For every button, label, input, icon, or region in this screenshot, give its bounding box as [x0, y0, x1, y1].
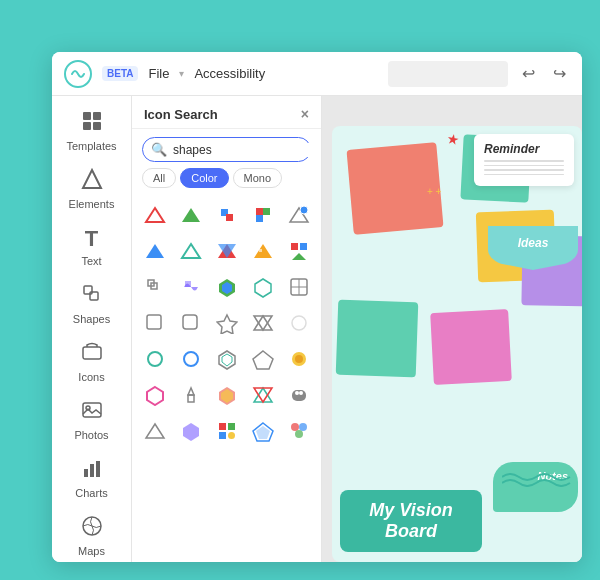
icon-cell[interactable] — [246, 378, 280, 412]
toolbar-search-bar — [388, 61, 508, 87]
svg-point-61 — [299, 391, 303, 395]
filter-tabs: All Color Mono — [132, 168, 321, 194]
app-logo-icon — [64, 60, 92, 88]
icon-cell[interactable] — [138, 270, 172, 304]
svg-rect-42 — [183, 315, 197, 329]
undo-button[interactable]: ↩ — [518, 62, 539, 85]
icon-cell[interactable] — [210, 378, 244, 412]
icon-cell[interactable] — [246, 270, 280, 304]
shapes-icon — [81, 283, 103, 310]
svg-rect-59 — [292, 390, 306, 401]
icon-cell[interactable] — [246, 414, 280, 448]
sidebar-item-icons[interactable]: Icons — [57, 335, 127, 389]
icon-cell[interactable] — [138, 198, 172, 232]
sidebar-item-templates[interactable]: Templates — [57, 104, 127, 158]
filter-tab-mono[interactable]: Mono — [233, 168, 283, 188]
icon-cell[interactable] — [174, 270, 208, 304]
sidebar-item-text[interactable]: T Text — [57, 220, 127, 273]
icon-cell[interactable] — [282, 306, 316, 340]
svg-point-22 — [300, 206, 308, 214]
svg-marker-63 — [183, 423, 199, 441]
icon-cell[interactable] — [282, 342, 316, 376]
templates-icon — [81, 110, 103, 137]
panel-title: Icon Search — [144, 107, 218, 122]
sticky-note-pink — [430, 309, 512, 385]
svg-rect-41 — [147, 315, 161, 329]
svg-marker-24 — [182, 244, 200, 258]
icon-cell[interactable] — [210, 414, 244, 448]
reminder-line-1 — [484, 160, 564, 162]
icon-cell[interactable] — [174, 234, 208, 268]
sticky-note-green-bottom — [336, 300, 419, 378]
sidebar-item-charts[interactable]: Charts — [57, 451, 127, 505]
wave-decoration — [502, 467, 572, 487]
search-bar[interactable]: 🔍 ✕ — [142, 137, 311, 162]
icons-label: Icons — [78, 371, 104, 383]
elements-label: Elements — [69, 198, 115, 210]
svg-rect-2 — [93, 112, 101, 120]
svg-marker-14 — [146, 208, 164, 222]
filter-tab-all[interactable]: All — [142, 168, 176, 188]
icon-grid — [132, 194, 321, 562]
vision-board: ★ • • • + + Reminder Ideas — [332, 126, 582, 562]
ideas-title: Ideas — [496, 236, 570, 250]
svg-rect-18 — [256, 208, 263, 215]
icon-cell[interactable] — [174, 306, 208, 340]
svg-marker-51 — [253, 351, 273, 369]
icon-cell[interactable] — [174, 198, 208, 232]
svg-marker-69 — [256, 426, 270, 439]
icon-cell[interactable] — [246, 342, 280, 376]
sidebar-item-photos[interactable]: Photos — [57, 393, 127, 447]
icon-cell[interactable] — [282, 234, 316, 268]
icon-cell[interactable] — [138, 378, 172, 412]
sidebar-item-shapes[interactable]: Shapes — [57, 277, 127, 331]
icon-cell[interactable] — [138, 234, 172, 268]
file-menu[interactable]: File — [148, 66, 169, 81]
search-input[interactable] — [173, 143, 322, 157]
icon-cell[interactable] — [174, 342, 208, 376]
icon-cell[interactable] — [210, 270, 244, 304]
svg-point-53 — [295, 355, 303, 363]
icon-cell[interactable] — [246, 306, 280, 340]
accessibility-menu[interactable]: Accessibility — [194, 66, 265, 81]
icon-cell[interactable] — [210, 234, 244, 268]
svg-marker-54 — [147, 387, 163, 405]
svg-point-46 — [292, 316, 306, 330]
icon-cell[interactable] — [210, 198, 244, 232]
sidebar-item-elements[interactable]: Elements — [57, 162, 127, 216]
filter-tab-color[interactable]: Color — [180, 168, 228, 188]
svg-rect-29 — [291, 243, 298, 250]
icon-cell[interactable] — [282, 378, 316, 412]
svg-point-67 — [228, 432, 235, 439]
icon-cell[interactable] — [174, 378, 208, 412]
svg-rect-7 — [83, 347, 101, 359]
maps-icon — [81, 515, 103, 542]
shapes-label: Shapes — [73, 313, 110, 325]
icon-cell[interactable] — [246, 198, 280, 232]
panel-close-button[interactable]: × — [301, 106, 309, 122]
templates-label: Templates — [66, 140, 116, 152]
icon-cell[interactable] — [282, 414, 316, 448]
icon-cell[interactable] — [282, 198, 316, 232]
reminder-box: Reminder — [474, 134, 574, 186]
charts-label: Charts — [75, 487, 107, 499]
icon-cell[interactable] — [174, 414, 208, 448]
svg-marker-37 — [255, 279, 271, 297]
icon-cell[interactable] — [246, 234, 280, 268]
icon-cell[interactable] — [210, 342, 244, 376]
charts-icon — [81, 457, 103, 484]
svg-rect-10 — [84, 469, 88, 477]
photos-icon — [81, 399, 103, 426]
ideas-box: Ideas — [488, 226, 578, 270]
redo-button[interactable]: ↪ — [549, 62, 570, 85]
text-icon: T — [85, 226, 98, 252]
icon-cell[interactable] — [138, 306, 172, 340]
svg-marker-23 — [146, 244, 164, 258]
sidebar-item-maps[interactable]: Maps — [57, 509, 127, 562]
icon-cell[interactable] — [282, 270, 316, 304]
svg-rect-28 — [259, 249, 262, 252]
icon-cell[interactable] — [210, 306, 244, 340]
svg-rect-30 — [300, 243, 307, 250]
icon-cell[interactable] — [138, 342, 172, 376]
icon-cell[interactable] — [138, 414, 172, 448]
